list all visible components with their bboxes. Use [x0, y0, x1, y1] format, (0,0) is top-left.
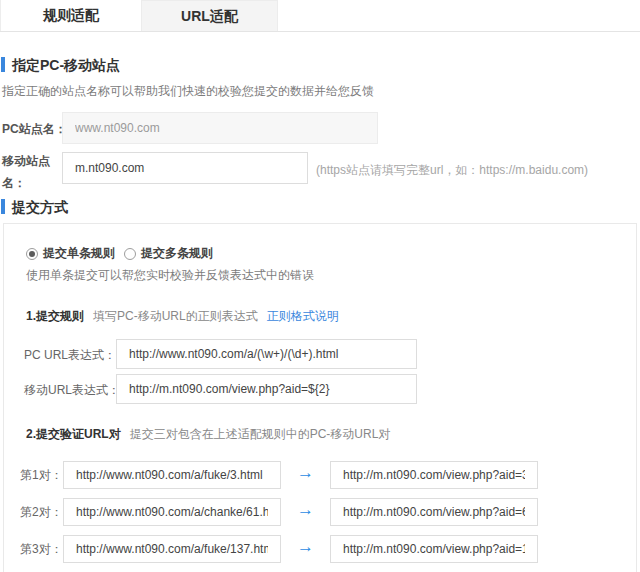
- pc-expr-input[interactable]: [116, 339, 417, 369]
- radio-multi-rule[interactable]: 提交多条规则: [124, 245, 213, 262]
- pair1-mobile-input[interactable]: [330, 461, 538, 489]
- pair1-pc-input[interactable]: [63, 461, 281, 489]
- pc-site-input[interactable]: [62, 112, 378, 144]
- radio-single-rule[interactable]: 提交单条规则: [26, 245, 115, 262]
- site-description: 指定正确的站点名称可以帮助我们快速的校验您提交的数据并给您反馈: [2, 83, 374, 100]
- step1-title-row: 1.提交规则填写PC-移动URL的正则表达式正则格式说明: [26, 308, 339, 325]
- pair1-label: 第1对：: [20, 467, 63, 484]
- section-marker-icon: [1, 57, 5, 72]
- pair2-mobile-input[interactable]: [330, 498, 538, 526]
- section-title-submit-text: 提交方式: [12, 199, 68, 215]
- pair3-label: 第3对：: [20, 541, 63, 558]
- mobile-site-label: 移动站点名：: [2, 150, 54, 194]
- pc-expr-label: PC URL表达式：: [24, 347, 116, 364]
- step2-title: 2.提交验证URL对: [26, 427, 121, 441]
- pair3-pc-input[interactable]: [63, 535, 281, 563]
- step1-subtitle: 填写PC-移动URL的正则表达式: [93, 309, 258, 323]
- mobile-site-input[interactable]: [62, 152, 308, 184]
- mobile-expr-label: 移动URL表达式：: [24, 382, 120, 399]
- arrow-right-icon: →: [297, 464, 314, 481]
- mobile-expr-input[interactable]: [116, 374, 417, 404]
- radio-unselected-icon[interactable]: [124, 248, 136, 260]
- radio-multi-rule-label: 提交多条规则: [141, 245, 213, 262]
- section-title-submit: 提交方式: [1, 199, 68, 215]
- pc-site-label: PC站点名：: [2, 121, 67, 138]
- section-title-site-text: 指定PC-移动站点: [12, 57, 120, 73]
- tab-url-adaptation[interactable]: URL适配: [141, 0, 278, 31]
- step1-title: 1.提交规则: [26, 309, 84, 323]
- step2-title-row: 2.提交验证URL对提交三对包含在上述适配规则中的PC-移动URL对: [26, 426, 390, 443]
- arrow-right-icon: →: [297, 538, 314, 555]
- pair3-mobile-input[interactable]: [330, 535, 538, 563]
- submit-panel: 提交单条规则 提交多条规则 使用单条提交可以帮您实时校验并反馈表达式中的错误 1…: [3, 223, 637, 572]
- tab-rule-adaptation[interactable]: 规则适配: [0, 0, 141, 31]
- pair2-label: 第2对：: [20, 504, 63, 521]
- mobile-site-hint: (https站点请填写完整url，如：https://m.baidu.com): [316, 162, 588, 179]
- arrow-right-icon: →: [297, 501, 314, 518]
- pair2-pc-input[interactable]: [63, 498, 281, 526]
- regex-format-link[interactable]: 正则格式说明: [267, 309, 339, 323]
- section-title-site: 指定PC-移动站点: [1, 57, 120, 73]
- step2-subtitle: 提交三对包含在上述适配规则中的PC-移动URL对: [130, 427, 391, 441]
- radio-selected-icon[interactable]: [26, 248, 38, 260]
- radio-single-rule-label: 提交单条规则: [43, 245, 115, 262]
- radio-note: 使用单条提交可以帮您实时校验并反馈表达式中的错误: [26, 267, 314, 284]
- section-marker-icon: [1, 199, 5, 214]
- rule-adaptation-page: 规则适配 URL适配 指定PC-移动站点 指定正确的站点名称可以帮助我们快速的校…: [0, 0, 640, 572]
- tab-bar: 规则适配 URL适配: [0, 0, 640, 32]
